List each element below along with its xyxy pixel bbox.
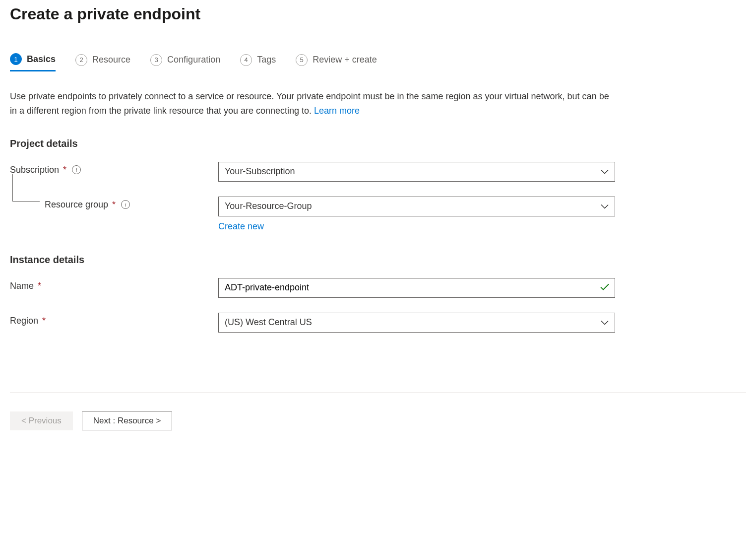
required-indicator: * — [112, 200, 116, 210]
name-label: Name * — [10, 278, 218, 291]
tab-resource[interactable]: 2 Resource — [75, 53, 130, 71]
resource-group-label: Resource group * i — [10, 197, 218, 210]
name-input[interactable] — [218, 278, 615, 298]
chevron-down-icon — [601, 317, 609, 328]
check-icon — [600, 283, 609, 292]
required-indicator: * — [63, 165, 66, 175]
next-button[interactable]: Next : Resource > — [82, 411, 173, 430]
tab-label: Review + create — [313, 55, 377, 65]
tab-label: Configuration — [167, 55, 220, 65]
description-text: Use private endpoints to privately conne… — [10, 89, 615, 118]
tab-number: 4 — [240, 54, 252, 66]
tab-review-create[interactable]: 5 Review + create — [296, 53, 377, 71]
info-icon[interactable]: i — [121, 200, 130, 209]
region-label: Region * — [10, 313, 218, 326]
page-title: Create a private endpoint — [10, 5, 746, 23]
required-indicator: * — [42, 316, 46, 326]
tab-label: Resource — [92, 55, 130, 65]
chevron-down-icon — [601, 166, 609, 177]
dropdown-value: (US) West Central US — [225, 317, 312, 328]
dropdown-value: Your-Resource-Group — [225, 201, 312, 211]
instance-details-header: Instance details — [10, 254, 746, 266]
region-dropdown[interactable]: (US) West Central US — [218, 313, 615, 333]
project-details-header: Project details — [10, 138, 746, 149]
nest-connector-icon — [12, 174, 40, 202]
tab-configuration[interactable]: 3 Configuration — [150, 53, 220, 71]
wizard-tabs: 1 Basics 2 Resource 3 Configuration 4 Ta… — [10, 53, 746, 72]
subscription-label: Subscription * i — [10, 162, 218, 175]
previous-button: < Previous — [10, 411, 73, 430]
dropdown-value: Your-Subscription — [225, 166, 295, 177]
required-indicator: * — [38, 281, 41, 291]
tab-label: Tags — [257, 55, 276, 65]
tab-basics[interactable]: 1 Basics — [10, 53, 56, 71]
resource-group-dropdown[interactable]: Your-Resource-Group — [218, 197, 615, 216]
info-icon[interactable]: i — [72, 165, 81, 174]
tab-number: 5 — [296, 54, 308, 66]
chevron-down-icon — [601, 201, 609, 211]
tab-number: 3 — [150, 54, 162, 66]
wizard-footer: < Previous Next : Resource > — [10, 392, 746, 430]
tab-number: 2 — [75, 54, 87, 66]
create-new-link[interactable]: Create new — [218, 221, 264, 232]
learn-more-link[interactable]: Learn more — [314, 106, 360, 116]
tab-tags[interactable]: 4 Tags — [240, 53, 276, 71]
tab-label: Basics — [27, 54, 56, 65]
subscription-dropdown[interactable]: Your-Subscription — [218, 162, 615, 182]
tab-number: 1 — [10, 53, 22, 65]
